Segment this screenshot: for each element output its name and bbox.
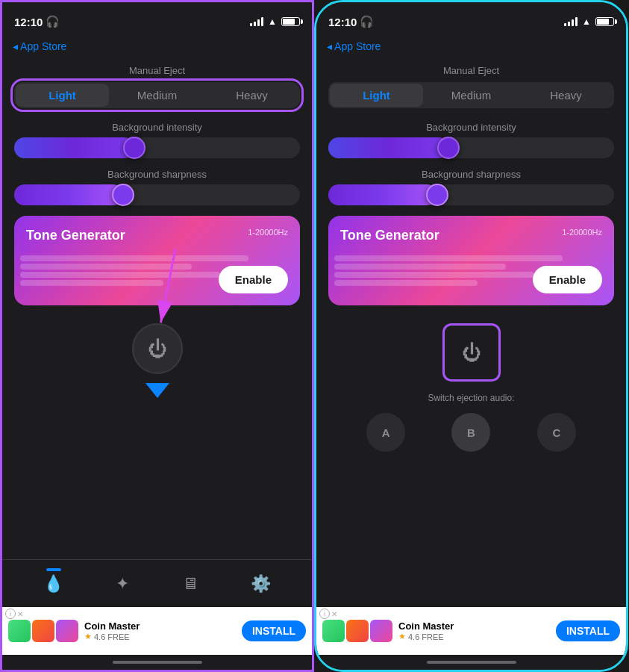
nav-settings[interactable]: ⚙️ <box>251 574 271 594</box>
tone-card-title-right: Tone Generator <box>340 228 439 243</box>
battery-icon-right <box>595 17 614 26</box>
power-icon: ⏻ <box>148 337 167 361</box>
ad-close-icon[interactable]: ✕ <box>17 610 23 618</box>
left-ad-banner: i ✕ Coin Master ★ 4.6 FREE INSTALL <box>2 607 312 655</box>
left-power-section: ⏻ <box>14 323 300 374</box>
left-status-time: 12:10 🎧 <box>14 15 60 28</box>
right-sharpness-slider-track[interactable] <box>328 184 614 205</box>
seg-light-right[interactable]: Light <box>330 84 423 107</box>
ad-close-icon-right[interactable]: ✕ <box>331 610 337 618</box>
right-sharpness-slider-thumb[interactable] <box>426 184 448 206</box>
ad-info-right: Coin Master ★ 4.6 FREE <box>398 620 550 641</box>
nav-screen[interactable]: 🖥 <box>182 574 198 594</box>
left-enable-button[interactable]: Enable <box>219 266 288 293</box>
seg-heavy[interactable]: Heavy <box>205 84 298 107</box>
right-intensity-slider-thumb[interactable] <box>437 137 460 159</box>
left-home-indicator <box>2 655 312 670</box>
ad-install-button-left[interactable]: INSTALL <box>242 620 306 641</box>
power-icon-right: ⏻ <box>462 341 481 364</box>
time-text: 12:10 <box>14 16 43 28</box>
switch-btn-b[interactable]: B <box>451 413 490 452</box>
seg-heavy-right[interactable]: Heavy <box>519 84 613 107</box>
triangle-indicator <box>14 383 300 398</box>
seg-medium-right[interactable]: Medium <box>425 84 518 107</box>
left-segmented-control[interactable]: Light Medium Heavy <box>14 82 300 108</box>
intensity-slider-track[interactable] <box>14 137 300 158</box>
tone-card-freq-right: 1-20000Hz <box>562 228 602 237</box>
right-app-store-bar[interactable]: ◂ App Store <box>316 35 626 57</box>
settings-icon: ⚙️ <box>251 574 271 594</box>
sharpness-slider-track[interactable] <box>14 184 300 205</box>
screen-icon: 🖥 <box>182 574 198 594</box>
right-intensity-slider-track[interactable] <box>328 137 614 158</box>
left-status-bar: 12:10 🎧 ▲ <box>2 2 312 35</box>
tone-card-freq: 1-20000Hz <box>248 228 288 237</box>
water-icon: 💧 <box>43 574 63 594</box>
right-main-content: Manual Eject Light Medium Heavy Backgrou… <box>316 57 626 607</box>
right-tone-generator-card: Tone Generator 1-20000Hz Enable <box>328 216 614 305</box>
right-phone-panel: 12:10 🎧 ▲ ◂ App Store Manual Eject Ligh <box>314 0 628 672</box>
back-button-right[interactable]: ◂ App Store <box>327 40 381 52</box>
headphone-icon-right: 🎧 <box>360 15 374 28</box>
switch-btn-a[interactable]: A <box>366 413 405 452</box>
ad-install-button-right[interactable]: INSTALL <box>556 620 620 641</box>
switch-btn-c[interactable]: C <box>537 413 576 452</box>
ad-free-left: FREE <box>107 632 129 641</box>
right-power-section: ⏻ <box>328 323 614 382</box>
ad-meta-right: i ✕ <box>319 609 337 619</box>
right-intensity-slider-section: Background intensity <box>328 122 614 158</box>
right-power-button[interactable]: ⏻ <box>442 323 501 382</box>
ad-info-icon[interactable]: i <box>5 609 16 619</box>
left-sharpness-slider-section: Background sharpness <box>14 169 300 205</box>
tone-card-title: Tone Generator <box>26 228 125 243</box>
left-intensity-slider-section: Background intensity <box>14 122 300 158</box>
star-icon-right: ★ <box>398 632 406 641</box>
right-home-indicator <box>316 655 626 670</box>
back-button[interactable]: ◂ App Store <box>13 40 66 52</box>
right-ad-banner: i ✕ Coin Master ★ 4.6 FREE INSTALL <box>316 607 626 655</box>
intensity-label: Background intensity <box>14 122 300 133</box>
left-bottom-nav: 💧 ✦ 🖥 ⚙️ <box>2 559 312 607</box>
ad-title-right: Coin Master <box>398 620 550 632</box>
intensity-slider-thumb[interactable] <box>123 137 145 159</box>
wifi-icon: ▲ <box>268 16 277 27</box>
switch-ejection-label: Switch ejection audio: <box>328 391 614 404</box>
ad-info-left: Coin Master ★ 4.6 FREE <box>84 620 236 641</box>
ad-rating-left: 4.6 <box>94 632 105 641</box>
sharpness-label: Background sharpness <box>14 169 300 180</box>
intensity-label-right: Background intensity <box>328 122 614 133</box>
sharpness-slider-thumb[interactable] <box>112 184 134 206</box>
time-text-right: 12:10 <box>328 16 357 28</box>
right-sharpness-slider-section: Background sharpness <box>328 169 614 205</box>
nav-water[interactable]: 💧 <box>43 574 63 594</box>
manual-eject-label: Manual Eject <box>14 65 300 76</box>
left-main-content: Manual Eject Light Medium Heavy Backgrou… <box>2 57 312 559</box>
switch-section: A B C <box>328 407 614 458</box>
right-status-time: 12:10 🎧 <box>328 15 374 28</box>
ad-info-icon-right[interactable]: i <box>319 609 330 619</box>
wifi-icon-right: ▲ <box>582 16 591 27</box>
ad-images-left <box>8 620 78 642</box>
nav-sparkle[interactable]: ✦ <box>116 574 129 594</box>
right-status-bar: 12:10 🎧 ▲ <box>316 2 626 35</box>
seg-light[interactable]: Light <box>16 84 109 107</box>
ad-free-right: FREE <box>422 632 443 641</box>
left-app-store-bar[interactable]: ◂ App Store <box>2 35 312 57</box>
status-icons: ▲ <box>250 16 300 27</box>
sparkle-icon: ✦ <box>116 574 129 594</box>
right-enable-button[interactable]: Enable <box>533 266 602 293</box>
star-icon: ★ <box>84 632 92 641</box>
ad-rating-right: 4.6 <box>408 632 419 641</box>
status-icons-right: ▲ <box>564 16 614 27</box>
headphone-icon: 🎧 <box>46 15 60 28</box>
sharpness-label-right: Background sharpness <box>328 169 614 180</box>
manual-eject-label-right: Manual Eject <box>328 65 614 76</box>
ad-meta-left: i ✕ <box>5 609 23 619</box>
seg-medium[interactable]: Medium <box>110 84 204 107</box>
signal-icon-right <box>564 17 578 26</box>
left-tone-generator-card: Tone Generator 1-20000Hz Enable <box>14 216 300 305</box>
left-phone-panel: 12:10 🎧 ▲ ◂ App Store Manual Eject Ligh <box>0 0 314 672</box>
battery-icon <box>281 17 300 26</box>
left-power-button[interactable]: ⏻ <box>132 323 183 374</box>
right-segmented-control[interactable]: Light Medium Heavy <box>328 82 614 108</box>
